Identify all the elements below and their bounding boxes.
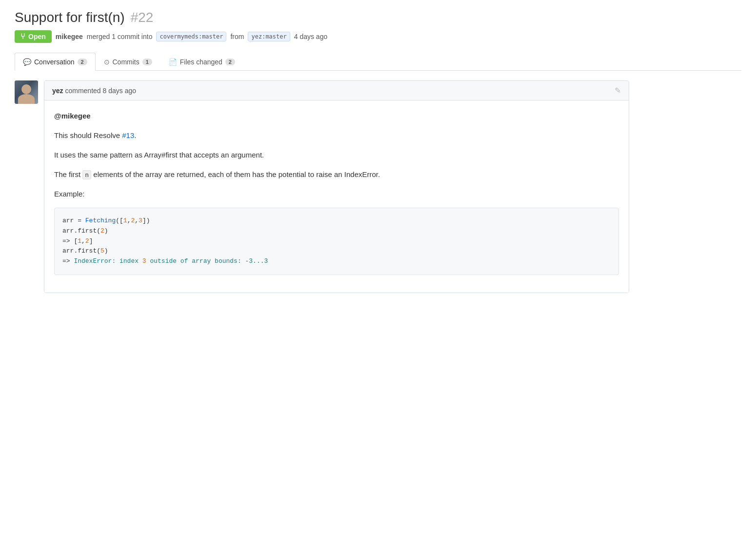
comment-mention: @mikegee [54,110,619,122]
source-branch[interactable]: yez:master [248,32,290,41]
tab-commits-count: 1 [142,59,152,65]
tab-conversation[interactable]: 💬 Conversation 2 [15,53,96,71]
comment-author[interactable]: yez [52,87,63,95]
git-merge-icon: ⑂ [20,32,25,41]
comment-paragraph1: This should Resolve #13. [54,130,619,141]
example-label: Example: [54,188,619,200]
mention-text[interactable]: @mikegee [54,112,91,120]
code-line-1: arr = Fetching([1,2,3]) [62,216,611,226]
tab-commits[interactable]: ⊙ Commits 1 [96,53,160,71]
comment-thread: yez commented 8 days ago ✎ @mikegee This… [15,80,629,293]
tab-commits-label: Commits [113,58,139,66]
time-ago: 4 days ago [294,33,328,40]
tab-conversation-count: 2 [78,59,87,65]
status-label: Open [28,33,46,40]
conversation-icon: 💬 [23,58,31,66]
tab-conversation-label: Conversation [34,58,75,66]
comment-header: yez commented 8 days ago ✎ [44,81,629,100]
code-line-3: => [1,2] [62,236,611,247]
status-badge: ⑂ Open [15,30,52,43]
p3-suffix: elements of the array are returned, each… [91,170,380,178]
code-line-5: => IndexError: index 3 outside of array … [62,256,611,267]
code-line-2: arr.first(2) [62,226,611,236]
p3-prefix: The first [54,170,82,178]
p1-suffix: . [134,131,136,139]
pr-author: mikegee [56,33,83,40]
comment-body: @mikegee This should Resolve #13. It use… [44,100,629,293]
code-block: arr = Fetching([1,2,3]) arr.first(2) => … [54,208,619,275]
pr-number: #22 [131,10,154,25]
files-changed-icon: 📄 [169,58,177,66]
p1-prefix: This should Resolve [54,131,122,139]
tab-files-changed[interactable]: 📄 Files changed 2 [160,53,243,71]
tab-files-changed-count: 2 [225,59,235,65]
issue-link[interactable]: #13 [122,131,134,139]
tab-files-changed-label: Files changed [180,58,222,66]
comment-paragraph3: The first n elements of the array are re… [54,169,619,180]
inline-code-n: n [82,170,91,179]
comment-box: yez commented 8 days ago ✎ @mikegee This… [44,80,629,293]
comment-paragraph2: It uses the same pattern as Array#first … [54,149,619,161]
pr-title-section: Support for first(n) #22 [15,10,741,25]
pr-title: Support for first(n) [15,10,125,25]
commits-icon: ⊙ [104,58,110,66]
avatar [15,80,38,104]
pr-meta-line: ⑂ Open mikegee merged 1 commit into cove… [15,30,741,43]
edit-icon[interactable]: ✎ [615,86,621,95]
target-branch[interactable]: covermymeds:master [156,32,226,41]
comment-timestamp: commented 8 days ago [65,87,136,95]
code-line-4: arr.first(5) [62,246,611,256]
avatar-image [15,80,38,104]
pr-action: merged 1 commit into [87,33,153,40]
tab-bar: 💬 Conversation 2 ⊙ Commits 1 📄 Files cha… [15,53,741,71]
comment-header-meta: yez commented 8 days ago [52,87,136,95]
from-text: from [230,33,244,40]
